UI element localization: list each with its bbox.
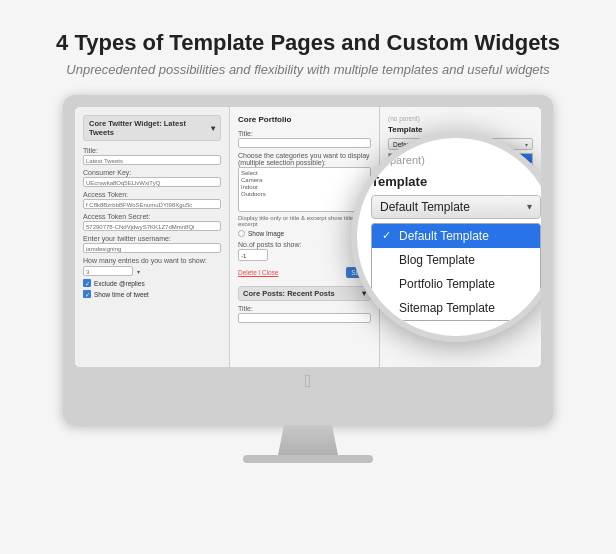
- dropdown-item-sitemap[interactable]: Sitemap Template: [372, 296, 540, 320]
- imac-base: [243, 455, 373, 463]
- selected-template-text: Default Template: [380, 200, 470, 214]
- page-header: 4 Types of Template Pages and Custom Wid…: [56, 30, 560, 77]
- apple-logo-icon: : [305, 371, 312, 392]
- imac-screen-outer: Core Twitter Widget: Latest Tweets ▾ Tit…: [63, 95, 553, 425]
- template-dropdown-list: ✓ Default Template Blog Template Portfol…: [371, 223, 541, 321]
- imac-screen-inner: Core Twitter Widget: Latest Tweets ▾ Tit…: [75, 107, 541, 367]
- dropdown-item-portfolio[interactable]: Portfolio Template: [372, 272, 540, 296]
- dropdown-item-blog[interactable]: Blog Template: [372, 248, 540, 272]
- no-parent-text: (no parent): [371, 154, 541, 166]
- twitter-widget-title: Core Twitter Widget: Latest Tweets ▾: [83, 115, 221, 141]
- template-select-bar[interactable]: Default Template ▾: [371, 195, 541, 219]
- imac-container: Core Twitter Widget: Latest Tweets ▾ Tit…: [63, 95, 553, 463]
- checkmark-icon: ✓: [382, 229, 394, 242]
- page-title: 4 Types of Template Pages and Custom Wid…: [56, 30, 560, 56]
- magnify-content: (no parent) Template Default Template ▾ …: [361, 144, 541, 331]
- screen-content: Core Twitter Widget: Latest Tweets ▾ Tit…: [75, 107, 541, 367]
- twitter-widget-panel: Core Twitter Widget: Latest Tweets ▾ Tit…: [75, 107, 230, 367]
- dropdown-item-default[interactable]: ✓ Default Template: [372, 224, 540, 248]
- page-subtitle: Unprecedented possibilities and flexibil…: [56, 62, 560, 77]
- select-arrow-icon: ▾: [527, 201, 532, 212]
- imac-chin: : [75, 367, 541, 395]
- imac-stand: [278, 425, 338, 455]
- template-heading: Template: [371, 174, 541, 189]
